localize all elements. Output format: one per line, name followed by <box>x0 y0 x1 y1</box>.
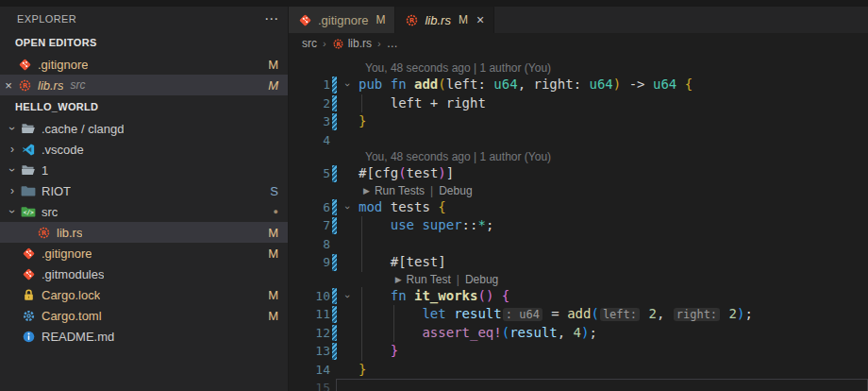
git-icon <box>21 266 36 281</box>
code-token: , <box>558 325 574 340</box>
breadcrumb-src[interactable]: src <box>302 37 317 50</box>
info-icon <box>21 329 36 344</box>
gutter-change-icon <box>332 288 337 305</box>
codelens-debug[interactable]: Debug <box>439 183 472 198</box>
fold-chevron-down-icon[interactable]: › <box>340 76 355 94</box>
code-token: 2 <box>729 306 737 321</box>
fold-spacer <box>340 253 355 272</box>
tree-item-riot[interactable]: ›RIOTS <box>0 180 288 201</box>
code-line-4[interactable]: 4 <box>289 131 868 150</box>
gutter-spacer <box>332 236 337 253</box>
run-icon: ▶ <box>395 272 402 287</box>
tree-item-lib-rs[interactable]: Rlib.rsM <box>0 222 288 243</box>
code-token: : <box>477 76 493 92</box>
code-line-2[interactable]: 2 left + right <box>289 94 868 113</box>
tab-gitignore[interactable]: .gitignore M <box>289 7 395 33</box>
blame-annotation[interactable]: You, 48 seconds ago | 1 author (You) <box>289 60 868 76</box>
tree-item-gitmodules[interactable]: .gitmodules <box>0 264 288 284</box>
file-name: .cache / clangd <box>42 122 124 136</box>
code-line-6[interactable]: 6›mod tests { <box>289 198 868 217</box>
tree-item-1[interactable]: ›1 <box>0 160 288 180</box>
breadcrumb-separator: › <box>377 38 381 49</box>
indent-guide <box>361 342 362 361</box>
code-token: { <box>502 288 509 303</box>
chevron-right-icon[interactable]: › <box>4 184 21 197</box>
code-token <box>721 306 728 321</box>
chevron-right-icon[interactable]: › <box>4 143 21 156</box>
file-name: .gitignore <box>42 246 92 261</box>
fold-chevron-down-icon[interactable]: › <box>340 287 355 306</box>
close-icon[interactable]: × <box>476 13 484 26</box>
fold-spacer <box>340 112 355 131</box>
tree-item-cargo-toml[interactable]: Cargo.tomlM <box>0 305 288 326</box>
code-token: left <box>446 76 478 92</box>
code-line-9[interactable]: 9 #[test] <box>289 253 868 272</box>
code-line-3[interactable]: 3} <box>289 112 868 131</box>
code-line-1[interactable]: 1›pub fn add(left: u64, right: u64) -> u… <box>289 76 868 94</box>
code-token: let <box>422 306 454 321</box>
code-line-14[interactable]: 14} <box>289 361 868 380</box>
tree-item-vscode[interactable]: ›.vscode <box>0 139 288 160</box>
code-token: ( <box>477 288 485 303</box>
file-name: Cargo.lock <box>42 288 100 302</box>
gutter-spacer <box>332 132 337 149</box>
codelens-run-tests[interactable]: Run Tests <box>375 183 425 198</box>
line-number: 9 <box>289 253 330 272</box>
tab-librs[interactable]: R lib.rs M × <box>395 7 494 33</box>
tree-item-readme-md[interactable]: README.md <box>0 326 288 347</box>
code-editor[interactable]: You, 48 seconds ago | 1 author (You)1›pu… <box>289 54 868 391</box>
code-token: , <box>518 76 534 92</box>
code-line-content: mod tests { <box>355 198 868 217</box>
gutter-change-icon <box>332 76 337 94</box>
workspace-section-header[interactable]: HELLO_WORLD <box>0 95 288 118</box>
code-token <box>359 343 391 358</box>
code-token: { <box>685 76 693 92</box>
code-token: = <box>543 306 567 321</box>
code-token: it_works <box>414 288 477 303</box>
code-line-5[interactable]: 5#[cfg(test)] <box>289 164 868 183</box>
breadcrumb-symbol[interactable]: … <box>387 37 398 50</box>
code-token: result <box>509 325 558 340</box>
open-editor-gitignore[interactable]: .gitignoreM <box>0 54 288 75</box>
tree-item-src[interactable]: ›</>src● <box>0 201 288 222</box>
code-line-15[interactable]: 15 <box>289 379 868 391</box>
code-token: ( <box>438 76 445 92</box>
codelens-row: ▶Run Test|Debug <box>289 272 868 287</box>
breadcrumb-librs[interactable]: lib.rs <box>348 37 372 50</box>
codelens-run-test[interactable]: Run Test <box>407 272 451 287</box>
code-token <box>359 288 391 303</box>
blame-annotation[interactable]: You, 48 seconds ago | 1 author (You) <box>289 149 868 164</box>
code-line-11[interactable]: 11 let result: u64 = add(left: 2, right:… <box>289 305 868 324</box>
open-editors-section-header[interactable]: OPEN EDITORS <box>0 31 288 54</box>
code-line-13[interactable]: 13 } <box>289 342 868 361</box>
chevron-down-icon[interactable]: › <box>4 163 21 177</box>
code-line-8[interactable]: 8 <box>289 235 868 254</box>
gutter-change-icon <box>332 199 337 216</box>
code-line-10[interactable]: 10› fn it_works() { <box>289 287 868 306</box>
code-line-12[interactable]: 12 assert_eq!(result, 4); <box>289 324 868 343</box>
open-editor-lib-rs[interactable]: ×Rlib.rssrcM <box>0 75 288 95</box>
window-top-strip <box>0 0 868 7</box>
breadcrumb: src › R lib.rs › … <box>289 33 868 54</box>
fold-spacer <box>340 379 355 391</box>
breadcrumb-separator: › <box>323 38 326 49</box>
tree-item-cargo-lock[interactable]: Cargo.lockM <box>0 284 288 305</box>
inlay-hint: : u64 <box>503 308 542 321</box>
gutter-change-icon <box>332 343 337 360</box>
close-icon[interactable]: × <box>0 78 17 93</box>
run-icon: ▶ <box>363 183 370 198</box>
code-token <box>676 76 684 92</box>
tree-item-gitignore[interactable]: .gitignoreM <box>0 243 288 264</box>
code-token: test <box>407 165 439 180</box>
indent-guide <box>361 305 362 324</box>
codelens-debug[interactable]: Debug <box>465 272 498 287</box>
chevron-down-icon[interactable]: › <box>4 205 21 218</box>
fold-chevron-down-icon[interactable]: › <box>340 198 355 217</box>
tree-item-cache-clangd[interactable]: ›.cache / clangd <box>0 118 288 139</box>
file-name: README.md <box>42 330 114 344</box>
code-line-7[interactable]: 7 use super::*; <box>289 216 868 235</box>
more-actions-icon[interactable]: ⋯ <box>264 14 278 24</box>
folder-src-icon: </> <box>21 204 36 219</box>
chevron-down-icon[interactable]: › <box>4 122 21 135</box>
open-editors-label: OPEN EDITORS <box>15 37 97 48</box>
